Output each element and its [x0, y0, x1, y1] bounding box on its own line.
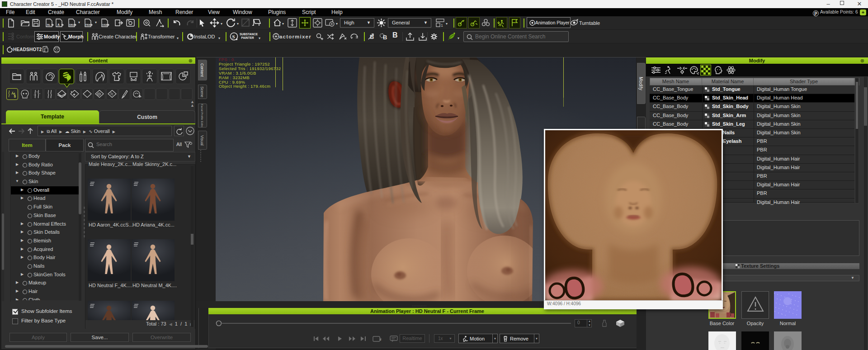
svg-text:USD: USD [102, 24, 108, 26]
svg-text:FBX: FBX [85, 24, 90, 26]
svg-text:RL: RL [47, 24, 51, 26]
svg-text:A: A [57, 23, 60, 26]
svg-text:B: B [383, 34, 387, 41]
svg-text:OBJ: OBJ [69, 24, 74, 26]
svg-text:1: 1 [441, 23, 443, 28]
svg-text:S: S [232, 34, 235, 39]
